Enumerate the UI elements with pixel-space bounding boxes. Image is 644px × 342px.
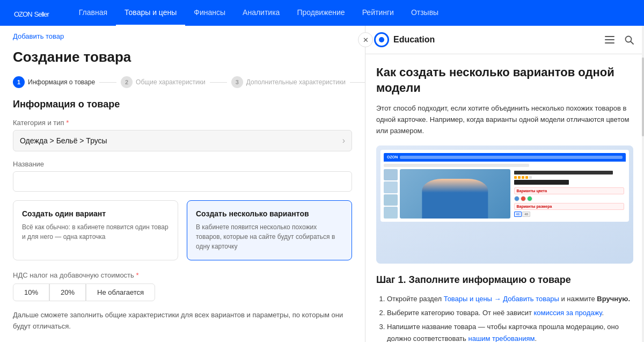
section-title: Информация о товаре [0,99,365,119]
step-2-label: Общие характеристики [136,78,206,86]
variant-cards: Создать один вариант Всё как обычно: в к… [0,200,365,271]
commission-link[interactable]: комиссия за продажу [534,309,602,317]
ozon-logo: OZONSeller [11,6,49,20]
education-panel: ✕ Education [365,26,644,342]
category-arrow-icon: › [342,136,345,145]
menu-icon[interactable] [603,33,616,46]
app-header: OZONSeller Главная Товары и цены Финансы… [0,0,644,26]
step-divider-1 [99,82,116,83]
name-field-group: Название [0,160,365,200]
name-input[interactable] [13,171,352,192]
page-title: Создание товара [0,47,365,76]
breadcrumb[interactable]: Добавить товар [0,26,365,47]
stepper: 1 Информация о товаре 2 Общие характерис… [0,76,365,99]
education-title: Education [393,35,435,45]
variant-single-desc: Всё как обычно: в кабинете появится один… [22,222,169,242]
education-content: Как создать несколько вариантов одной мо… [365,54,644,342]
vat-10-button[interactable]: 10% [13,283,49,301]
name-label: Название [13,160,352,168]
edu-logo-icon [374,32,389,47]
scrollbar-thumb[interactable] [642,57,644,136]
variant-card-single[interactable]: Создать один вариант Всё как обычно: в к… [13,200,178,260]
education-logo: Education [374,32,435,47]
svg-line-4 [631,42,634,45]
edu-step-title: Шаг 1. Заполните информацию о товаре [376,274,633,286]
list-item: Откройте раздел Товары и цены → Добавить… [387,293,633,305]
edu-description: Этот способ подходит, если хотите объеди… [376,103,633,136]
edu-steps-list: Откройте раздел Товары и цены → Добавить… [376,293,633,342]
education-header: Education [365,26,644,54]
nav-analytics[interactable]: Аналитика [234,0,288,26]
step-divider-3 [350,82,365,83]
nav-main[interactable]: Главная [70,0,116,26]
svg-point-3 [626,37,632,42]
main-nav: Главная Товары и цены Финансы Аналитика … [70,0,447,26]
edu-main-title: Как создать несколько вариантов одной мо… [376,65,633,96]
step-1-circle: 1 [13,76,25,88]
nav-reviews[interactable]: Отзывы [402,0,447,26]
step-3: 3 Дополнительные характеристики [231,76,346,88]
category-value[interactable]: Одежда > Бельё > Трусы › [13,130,352,151]
vat-20-button[interactable]: 20% [49,283,86,301]
header-icons [603,33,635,46]
step-3-circle: 3 [231,76,243,88]
content-wrapper: Добавить товар Создание товара 1 Информа… [0,26,644,342]
step-1: 1 Информация о товаре [13,76,95,88]
category-field-group: Категория и тип * Одежда > Бельё > Трусы… [0,119,365,160]
variant-multiple-desc: В кабинете появится несколько похожих то… [196,222,343,251]
nav-promotion[interactable]: Продвижение [288,0,353,26]
variant-card-multiple[interactable]: Создать несколько вариантов В кабинете п… [187,200,352,260]
edu-screenshot-image: OZON [376,145,633,264]
nav-finance[interactable]: Финансы [185,0,234,26]
step-2: 2 Общие характеристики [121,76,206,88]
bottom-note: Дальше сможете заполнить общие характери… [0,310,365,341]
step-1-label: Информация о товаре [28,78,95,86]
list-item: Напишите название товара — чтобы карточк… [387,321,633,342]
variant-multiple-title: Создать несколько вариантов [196,209,343,218]
vat-label: НДС налог на добавочную стоимость * [13,271,352,279]
variant-single-title: Создать один вариант [22,209,169,218]
vat-options: 10% 20% Не облагается [13,283,352,301]
step-3-label: Дополнительные характеристики [246,78,346,86]
svg-rect-1 [605,39,614,40]
nav-products[interactable]: Товары и цены [116,0,185,26]
nav-ratings[interactable]: Рейтинги [354,0,402,26]
requirements-link[interactable]: нашим требованиям [468,334,535,342]
svg-rect-2 [605,42,614,43]
vat-none-button[interactable]: Не облагается [86,283,155,301]
svg-rect-0 [605,36,614,37]
scrollbar-track [642,26,644,342]
close-panel-button[interactable]: ✕ [358,32,373,47]
step-divider-2 [210,82,227,83]
category-label: Категория и тип * [13,119,352,127]
search-icon[interactable] [623,33,635,46]
list-item: Выберите категорию товара. От неё зависи… [387,307,633,319]
products-link[interactable]: Товары и цены → Добавить товары [444,295,559,303]
vat-section: НДС налог на добавочную стоимость * 10% … [0,271,365,310]
left-panel: Добавить товар Создание товара 1 Информа… [0,26,365,342]
step-2-circle: 2 [121,76,133,88]
